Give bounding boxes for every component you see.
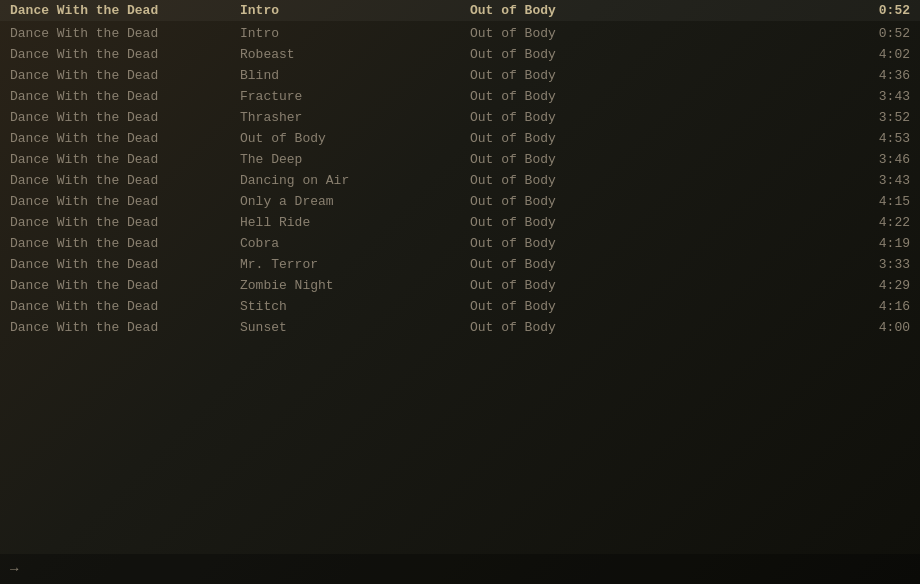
track-artist: Dance With the Dead xyxy=(10,89,240,104)
track-album: Out of Body xyxy=(470,299,670,314)
track-duration: 4:16 xyxy=(670,299,910,314)
track-album: Out of Body xyxy=(470,26,670,41)
table-row[interactable]: Dance With the DeadIntroOut of Body0:52 xyxy=(0,23,920,44)
track-album: Out of Body xyxy=(470,320,670,335)
table-row[interactable]: Dance With the DeadMr. TerrorOut of Body… xyxy=(0,254,920,275)
track-album: Out of Body xyxy=(470,257,670,272)
track-duration: 4:36 xyxy=(670,68,910,83)
track-artist: Dance With the Dead xyxy=(10,299,240,314)
track-artist: Dance With the Dead xyxy=(10,320,240,335)
track-title: Dancing on Air xyxy=(240,173,470,188)
track-album: Out of Body xyxy=(470,110,670,125)
track-title: Intro xyxy=(240,26,470,41)
track-artist: Dance With the Dead xyxy=(10,278,240,293)
table-header: Dance With the Dead Intro Out of Body 0:… xyxy=(0,0,920,21)
track-title: Fracture xyxy=(240,89,470,104)
track-album: Out of Body xyxy=(470,194,670,209)
table-row[interactable]: Dance With the DeadThe DeepOut of Body3:… xyxy=(0,149,920,170)
track-artist: Dance With the Dead xyxy=(10,131,240,146)
track-artist: Dance With the Dead xyxy=(10,26,240,41)
track-title: The Deep xyxy=(240,152,470,167)
header-duration: 0:52 xyxy=(670,3,910,18)
track-duration: 4:22 xyxy=(670,215,910,230)
track-title: Cobra xyxy=(240,236,470,251)
table-row[interactable]: Dance With the DeadRobeastOut of Body4:0… xyxy=(0,44,920,65)
track-album: Out of Body xyxy=(470,152,670,167)
track-album: Out of Body xyxy=(470,131,670,146)
track-album: Out of Body xyxy=(470,173,670,188)
track-duration: 3:43 xyxy=(670,89,910,104)
track-duration: 3:52 xyxy=(670,110,910,125)
track-artist: Dance With the Dead xyxy=(10,47,240,62)
track-duration: 3:43 xyxy=(670,173,910,188)
track-album: Out of Body xyxy=(470,215,670,230)
header-artist: Dance With the Dead xyxy=(10,3,240,18)
track-title: Stitch xyxy=(240,299,470,314)
track-title: Hell Ride xyxy=(240,215,470,230)
track-album: Out of Body xyxy=(470,68,670,83)
track-title: Mr. Terror xyxy=(240,257,470,272)
track-duration: 0:52 xyxy=(670,26,910,41)
track-duration: 4:02 xyxy=(670,47,910,62)
track-artist: Dance With the Dead xyxy=(10,152,240,167)
track-artist: Dance With the Dead xyxy=(10,68,240,83)
track-duration: 4:29 xyxy=(670,278,910,293)
track-album: Out of Body xyxy=(470,89,670,104)
header-album: Out of Body xyxy=(470,3,670,18)
table-row[interactable]: Dance With the DeadSunsetOut of Body4:00 xyxy=(0,317,920,338)
track-artist: Dance With the Dead xyxy=(10,257,240,272)
track-album: Out of Body xyxy=(470,47,670,62)
header-title: Intro xyxy=(240,3,470,18)
track-title: Only a Dream xyxy=(240,194,470,209)
track-title: Zombie Night xyxy=(240,278,470,293)
table-row[interactable]: Dance With the DeadOnly a DreamOut of Bo… xyxy=(0,191,920,212)
track-duration: 3:33 xyxy=(670,257,910,272)
arrow-icon: → xyxy=(10,561,18,577)
track-duration: 4:19 xyxy=(670,236,910,251)
track-duration: 3:46 xyxy=(670,152,910,167)
track-duration: 4:00 xyxy=(670,320,910,335)
table-row[interactable]: Dance With the DeadDancing on AirOut of … xyxy=(0,170,920,191)
track-artist: Dance With the Dead xyxy=(10,215,240,230)
table-row[interactable]: Dance With the DeadFractureOut of Body3:… xyxy=(0,86,920,107)
track-duration: 4:53 xyxy=(670,131,910,146)
table-row[interactable]: Dance With the DeadStitchOut of Body4:16 xyxy=(0,296,920,317)
table-row[interactable]: Dance With the DeadThrasherOut of Body3:… xyxy=(0,107,920,128)
track-title: Thrasher xyxy=(240,110,470,125)
track-title: Robeast xyxy=(240,47,470,62)
track-artist: Dance With the Dead xyxy=(10,173,240,188)
track-album: Out of Body xyxy=(470,278,670,293)
table-row[interactable]: Dance With the DeadOut of BodyOut of Bod… xyxy=(0,128,920,149)
track-artist: Dance With the Dead xyxy=(10,236,240,251)
table-row[interactable]: Dance With the DeadHell RideOut of Body4… xyxy=(0,212,920,233)
track-album: Out of Body xyxy=(470,236,670,251)
table-row[interactable]: Dance With the DeadZombie NightOut of Bo… xyxy=(0,275,920,296)
bottom-bar: → xyxy=(0,554,920,584)
track-duration: 4:15 xyxy=(670,194,910,209)
table-row[interactable]: Dance With the DeadCobraOut of Body4:19 xyxy=(0,233,920,254)
track-title: Sunset xyxy=(240,320,470,335)
track-artist: Dance With the Dead xyxy=(10,194,240,209)
track-artist: Dance With the Dead xyxy=(10,110,240,125)
table-row[interactable]: Dance With the DeadBlindOut of Body4:36 xyxy=(0,65,920,86)
track-title: Out of Body xyxy=(240,131,470,146)
track-title: Blind xyxy=(240,68,470,83)
track-list: Dance With the Dead Intro Out of Body 0:… xyxy=(0,0,920,338)
